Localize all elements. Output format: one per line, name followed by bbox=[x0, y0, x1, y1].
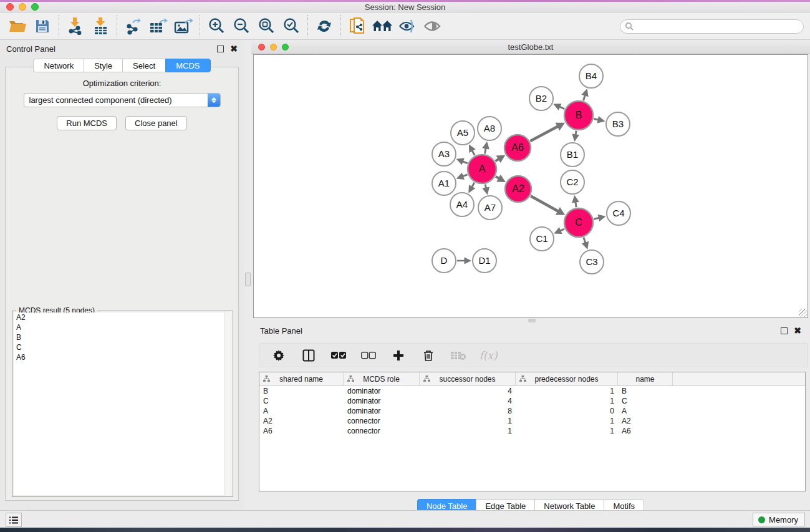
arrowhead-icon bbox=[597, 116, 605, 123]
zoom-in-button[interactable] bbox=[204, 14, 229, 38]
edge-A6-B[interactable] bbox=[530, 126, 558, 141]
table-row[interactable]: Cdominator41C bbox=[259, 396, 805, 406]
fx-icon: f(x) bbox=[479, 349, 497, 362]
mcds-result-item[interactable]: A bbox=[14, 322, 231, 332]
table-cell[interactable]: A2 bbox=[618, 417, 673, 425]
table-cell[interactable]: C bbox=[259, 397, 344, 405]
column-header-shared-name[interactable]: shared name bbox=[259, 372, 344, 385]
task-history-button[interactable] bbox=[6, 513, 22, 527]
float-panel-icon[interactable] bbox=[217, 46, 224, 52]
tab-select[interactable]: Select bbox=[122, 59, 165, 72]
search-input[interactable] bbox=[634, 20, 803, 33]
home-button[interactable] bbox=[370, 14, 395, 38]
table-row[interactable]: Adominator80A bbox=[259, 406, 805, 416]
table-row[interactable]: Bdominator41B bbox=[259, 386, 805, 396]
gear-icon bbox=[272, 349, 285, 362]
vertical-splitter-handle[interactable] bbox=[245, 273, 251, 286]
import-table-button[interactable] bbox=[88, 14, 113, 38]
main-toolbar bbox=[0, 12, 810, 40]
mcds-result-list[interactable]: A2ABCA6 bbox=[14, 312, 231, 495]
horizontal-splitter[interactable] bbox=[251, 318, 810, 322]
table-cell[interactable]: 1 bbox=[516, 417, 618, 425]
table-cell[interactable]: A6 bbox=[618, 427, 673, 435]
mcds-result-item[interactable]: A2 bbox=[14, 312, 231, 322]
table-cell[interactable]: connector bbox=[344, 427, 420, 435]
column-header-mcds-role[interactable]: MCDS role bbox=[344, 372, 420, 385]
table-cell[interactable]: 1 bbox=[420, 417, 516, 425]
table-panel-header: Table Panel ✖ bbox=[251, 322, 810, 339]
clone-network-icon bbox=[349, 17, 365, 36]
show-graphics-button[interactable] bbox=[420, 14, 445, 38]
column-header-name[interactable]: name bbox=[618, 372, 673, 385]
table-cell[interactable]: 1 bbox=[420, 427, 516, 435]
create-column-button[interactable] bbox=[390, 347, 407, 364]
table-panel: Table Panel ✖ bbox=[251, 322, 810, 510]
zoom-selected-button[interactable] bbox=[279, 14, 304, 38]
result-scrollbar[interactable] bbox=[224, 311, 233, 496]
table-cell[interactable]: A bbox=[618, 407, 673, 415]
refresh-layout-button[interactable] bbox=[312, 14, 337, 38]
export-image-button[interactable] bbox=[171, 14, 196, 38]
mcds-result-item[interactable]: A6 bbox=[14, 352, 231, 362]
zoom-fit-button[interactable] bbox=[254, 14, 279, 38]
arrowhead-icon bbox=[482, 142, 489, 150]
table-settings-button[interactable] bbox=[271, 347, 287, 364]
node-label-A8: A8 bbox=[484, 123, 495, 133]
table-cell[interactable]: dominator bbox=[344, 397, 420, 405]
toggle-columns-button[interactable] bbox=[301, 347, 317, 364]
tab-network[interactable]: Network bbox=[33, 59, 84, 72]
select-all-button[interactable] bbox=[330, 347, 347, 364]
run-mcds-button[interactable]: Run MCDS bbox=[57, 116, 117, 130]
zoom-out-button[interactable] bbox=[229, 14, 254, 38]
table-cell[interactable]: A2 bbox=[259, 417, 344, 425]
save-session-button[interactable] bbox=[30, 14, 55, 38]
open-session-button[interactable] bbox=[5, 14, 30, 38]
table-cell[interactable]: 0 bbox=[516, 407, 618, 415]
table-cell[interactable]: 1 bbox=[516, 387, 618, 395]
table-cell[interactable]: dominator bbox=[344, 387, 420, 395]
table-cell[interactable]: 1 bbox=[516, 427, 618, 435]
table-cell[interactable]: connector bbox=[344, 417, 420, 425]
control-panel-title: Control Panel bbox=[6, 44, 217, 54]
edge-A2-C[interactable] bbox=[531, 196, 559, 211]
tab-mcds[interactable]: MCDS bbox=[165, 59, 210, 72]
import-network-button[interactable] bbox=[63, 14, 88, 38]
mcds-result-item[interactable]: C bbox=[14, 342, 231, 352]
zoom-in-icon bbox=[208, 17, 225, 35]
table-row[interactable]: A6connector11A6 bbox=[259, 426, 805, 436]
hide-graphics-button[interactable] bbox=[395, 14, 420, 38]
mcds-result-item[interactable]: B bbox=[14, 332, 231, 342]
table-cell[interactable]: A6 bbox=[259, 427, 344, 435]
memory-button[interactable]: Memory bbox=[753, 513, 805, 526]
close-table-panel-icon[interactable]: ✖ bbox=[794, 327, 801, 334]
table-cell[interactable]: B bbox=[259, 387, 344, 395]
deselect-all-button[interactable] bbox=[360, 347, 377, 364]
close-panel-icon[interactable]: ✖ bbox=[230, 46, 238, 52]
column-header-successor-nodes[interactable]: successor nodes bbox=[420, 372, 516, 385]
table-cell[interactable]: dominator bbox=[344, 407, 420, 415]
table-cell[interactable]: 8 bbox=[420, 407, 516, 415]
clone-network-button[interactable] bbox=[345, 14, 370, 38]
table-row[interactable]: A2connector11A2 bbox=[259, 416, 805, 426]
close-panel-button[interactable]: Close panel bbox=[125, 116, 187, 130]
table-cell[interactable]: 4 bbox=[420, 397, 516, 405]
tab-style[interactable]: Style bbox=[84, 59, 122, 72]
network-canvas[interactable]: B4B2BB3A5A8A6A3B1AA1C2A2A4A7CC4C1C3DD1 bbox=[253, 54, 808, 318]
resize-grip-icon[interactable] bbox=[799, 309, 807, 317]
node-label-A1: A1 bbox=[438, 178, 450, 188]
zoom-out-icon bbox=[233, 17, 250, 35]
node-table[interactable]: shared name MCDS role successor nodes pr… bbox=[259, 372, 806, 491]
table-cell[interactable]: B bbox=[618, 387, 673, 395]
criterion-select[interactable]: largest connected component (directed) bbox=[24, 93, 221, 107]
column-type-icon bbox=[519, 375, 526, 382]
float-table-panel-icon[interactable] bbox=[781, 327, 788, 334]
column-type-icon bbox=[423, 375, 430, 382]
delete-column-button[interactable] bbox=[420, 347, 436, 364]
table-cell[interactable]: A bbox=[259, 407, 344, 415]
table-cell[interactable]: C bbox=[618, 397, 673, 405]
export-table-button[interactable] bbox=[146, 14, 171, 38]
export-network-button[interactable] bbox=[121, 14, 146, 38]
table-cell[interactable]: 4 bbox=[420, 387, 516, 395]
table-cell[interactable]: 1 bbox=[516, 397, 618, 405]
column-header-predecessor-nodes[interactable]: predecessor nodes bbox=[516, 372, 618, 385]
